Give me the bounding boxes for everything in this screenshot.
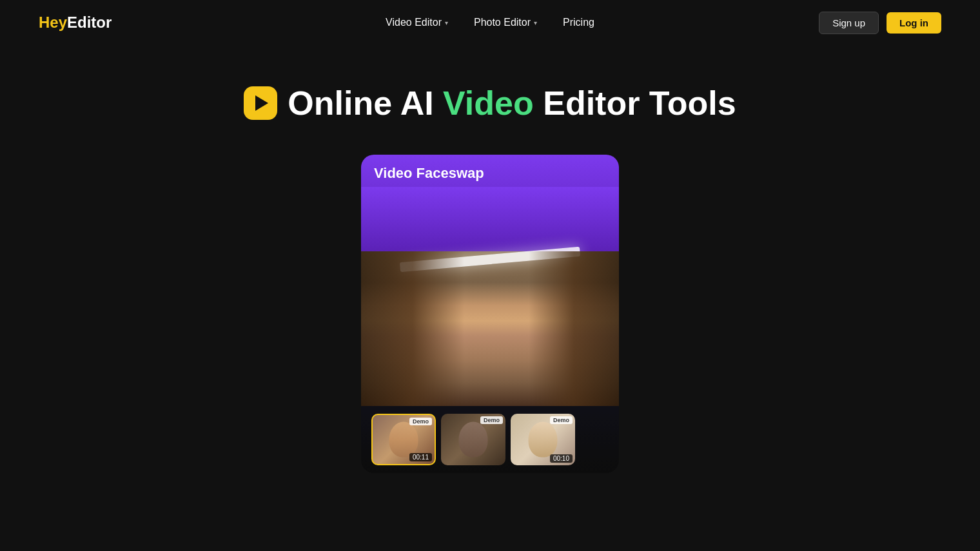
logo[interactable]: Hey Editor xyxy=(39,14,112,32)
hero-title-post: Editor Tools xyxy=(534,84,736,122)
login-button[interactable]: Log in xyxy=(887,12,941,34)
nav-video-editor[interactable]: Video Editor ▾ xyxy=(386,17,448,28)
play-triangle-shape xyxy=(255,95,268,111)
nav-pricing[interactable]: Pricing xyxy=(563,17,594,28)
thumb-time-1: 00:11 xyxy=(409,453,432,461)
thumbnail-strip: Demo 00:11 Demo Demo 00:10 xyxy=(361,406,619,473)
hair-right xyxy=(529,251,619,406)
hero-section: Online AI Video Editor Tools Video Faces… xyxy=(0,45,980,473)
hero-heading: Online AI Video Editor Tools xyxy=(288,84,736,122)
navbar: Hey Editor Video Editor ▾ Photo Editor ▾… xyxy=(0,0,980,45)
hero-title-pre: Online AI xyxy=(288,84,443,122)
thumbnail-item-1[interactable]: Demo 00:11 xyxy=(371,414,436,465)
video-main-display xyxy=(361,187,619,406)
hero-title-highlight: Video xyxy=(443,84,534,122)
logo-hey: Hey xyxy=(39,14,67,32)
nav-pricing-label: Pricing xyxy=(563,17,594,28)
thumb-face-3 xyxy=(529,422,558,458)
face-overlay xyxy=(361,187,619,406)
thumbnail-item-3[interactable]: Demo 00:10 xyxy=(511,414,575,465)
video-card: Video Faceswap Demo 00:11 Demo xyxy=(361,155,619,473)
demo-badge-1: Demo xyxy=(409,418,432,425)
hair-left xyxy=(361,251,464,406)
video-card-header: Video Faceswap xyxy=(361,155,619,187)
nav-photo-editor-label: Photo Editor xyxy=(474,17,531,28)
thumb-face-2 xyxy=(459,422,488,458)
thumbnail-item-2[interactable]: Demo xyxy=(441,414,505,465)
purple-background xyxy=(361,187,619,251)
nav-video-editor-label: Video Editor xyxy=(386,17,442,28)
chevron-down-icon: ▾ xyxy=(534,19,537,26)
demo-badge-2: Demo xyxy=(480,416,503,424)
nav-photo-editor[interactable]: Photo Editor ▾ xyxy=(474,17,537,28)
signup-button[interactable]: Sign up xyxy=(819,12,879,34)
play-icon xyxy=(244,86,277,120)
nav-links: Video Editor ▾ Photo Editor ▾ Pricing xyxy=(386,17,594,28)
hero-title-group: Online AI Video Editor Tools xyxy=(244,84,736,122)
thumb-time-3: 00:10 xyxy=(550,454,573,463)
thumb-face-1 xyxy=(389,422,418,458)
face-body xyxy=(361,251,619,406)
video-card-title: Video Faceswap xyxy=(374,165,606,182)
chevron-down-icon: ▾ xyxy=(445,19,448,26)
demo-badge-3: Demo xyxy=(550,416,573,424)
nav-actions: Sign up Log in xyxy=(819,12,941,34)
logo-editor: Editor xyxy=(67,14,112,32)
